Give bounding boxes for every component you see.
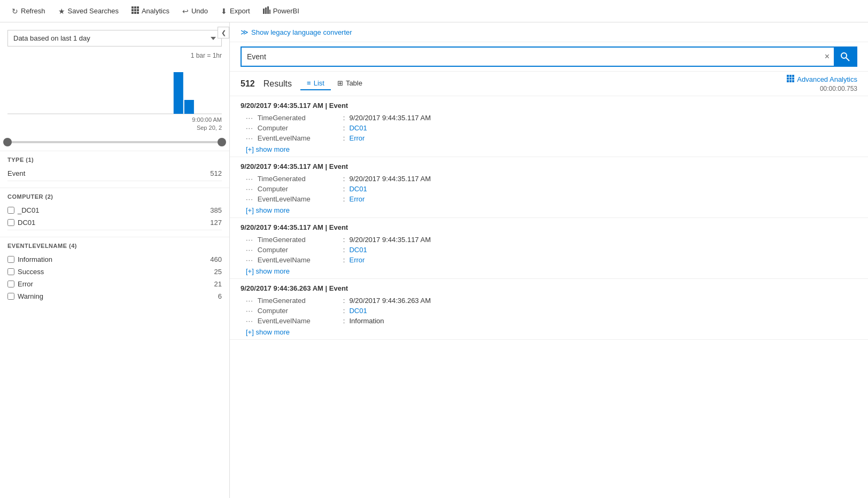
time-elapsed: 00:00:00.753 [820, 85, 857, 92]
svg-rect-7 [134, 12, 136, 14]
result-value: 9/20/2017 9:44:35.117 AM [349, 236, 431, 244]
result-header: 9/20/2017 9:44:35.117 AM | Event [241, 102, 857, 110]
result-value: 9/20/2017 9:44:35.117 AM [349, 114, 431, 122]
result-row: ··· TimeGenerated : 9/20/2017 9:44:36.26… [241, 295, 857, 306]
results-list[interactable]: 9/20/2017 9:44:35.117 AM | Event ··· Tim… [230, 96, 868, 498]
tab-group: ≡ List ⊞ Table [300, 77, 369, 90]
svg-rect-11 [267, 6, 269, 14]
checkbox-success[interactable] [7, 268, 14, 275]
svg-rect-0 [131, 6, 134, 9]
svg-rect-4 [134, 9, 136, 11]
filter-item-dc01-under[interactable]: _DC01 385 [7, 204, 222, 216]
checkbox-warning[interactable] [7, 293, 14, 300]
filter-dc01-count: 127 [210, 219, 222, 227]
filter-error-name: Error [18, 280, 214, 288]
svg-rect-23 [792, 77, 794, 80]
result-key: TimeGenerated [258, 236, 343, 244]
range-slider-left-handle[interactable] [3, 138, 12, 146]
analytics-button[interactable]: Analytics [126, 3, 175, 19]
svg-rect-15 [184, 100, 194, 114]
filter-dc01-name: DC01 [18, 219, 210, 227]
result-item: 9/20/2017 9:44:35.117 AM | Event ··· Tim… [230, 157, 868, 218]
ellipsis-icon: ··· [246, 175, 253, 183]
legacy-link-label: Show legacy language converter [251, 28, 352, 36]
svg-rect-5 [137, 9, 139, 11]
filter-success-name: Success [18, 268, 214, 276]
colon: : [343, 134, 345, 142]
result-key: EventLevelName [258, 195, 343, 203]
filter-success-count: 25 [214, 268, 222, 276]
svg-rect-8 [137, 12, 139, 14]
result-key: Computer [258, 246, 343, 254]
checkbox-information[interactable] [7, 256, 14, 263]
legacy-bar: ≫ Show legacy language converter [230, 22, 868, 42]
svg-rect-2 [137, 6, 139, 9]
filter-item-success[interactable]: Success 25 [7, 266, 222, 278]
filter-type-title: TYPE (1) [7, 157, 222, 163]
refresh-icon: ↻ [12, 7, 18, 15]
filter-item-warning[interactable]: Warning 6 [7, 290, 222, 302]
result-header: 9/20/2017 9:44:35.117 AM | Event [241, 223, 857, 231]
search-input-container: × [241, 46, 857, 67]
checkbox-dc01[interactable] [7, 219, 14, 226]
saved-searches-button[interactable]: ★ Saved Searches [53, 4, 124, 19]
filter-item-information[interactable]: Information 460 [7, 253, 222, 266]
time-range-section: Data based on last 1 day Last 7 days Las… [0, 22, 229, 46]
range-slider-container [0, 138, 229, 151]
table-icon: ⊞ [337, 79, 343, 87]
result-key: EventLevelName [258, 134, 343, 142]
checkbox-dc01-under[interactable] [7, 207, 14, 214]
ellipsis-icon: ··· [246, 114, 253, 122]
filter-item-event[interactable]: Event 512 [7, 167, 222, 180]
legacy-language-link[interactable]: ≫ Show legacy language converter [241, 28, 857, 36]
filter-section-eventlevelname: EVENTLEVELNAME (4) Information 460 Succe… [0, 237, 229, 308]
refresh-button[interactable]: ↻ Refresh [6, 4, 51, 19]
show-more-button[interactable]: [+] show more [246, 328, 290, 336]
tab-list[interactable]: ≡ List [300, 77, 331, 90]
collapse-panel-button[interactable]: ❮ [218, 27, 229, 38]
filter-item-error[interactable]: Error 21 [7, 278, 222, 290]
colon: : [343, 317, 345, 325]
show-more-button[interactable]: [+] show more [246, 267, 290, 275]
right-panel: ≫ Show legacy language converter × 512 [230, 22, 868, 498]
result-key: Computer [258, 307, 343, 315]
export-button[interactable]: ⬇ Export [215, 4, 255, 19]
ellipsis-icon: ··· [246, 124, 253, 132]
search-input[interactable] [242, 48, 820, 65]
result-value: 9/20/2017 9:44:36.263 AM [349, 297, 431, 305]
star-icon: ★ [58, 7, 65, 15]
result-value-link[interactable]: Error [349, 195, 365, 203]
advanced-analytics-link[interactable]: Advanced Analytics [787, 75, 857, 84]
tab-table[interactable]: ⊞ Table [331, 77, 369, 90]
result-value-link[interactable]: DC01 [349, 185, 367, 193]
result-value-link[interactable]: Error [349, 134, 365, 142]
export-icon: ⬇ [221, 7, 227, 15]
svg-rect-1 [134, 6, 136, 9]
chart-time-label: 9:00:00 AM Sep 20, 2 [7, 116, 222, 133]
show-more-button[interactable]: [+] show more [246, 206, 290, 214]
result-value-link[interactable]: DC01 [349, 307, 367, 315]
undo-button[interactable]: ↩ Undo [177, 4, 213, 19]
svg-rect-12 [269, 10, 270, 14]
range-slider-right-handle[interactable] [218, 138, 226, 146]
result-value-link[interactable]: Error [349, 256, 365, 264]
checkbox-error[interactable] [7, 281, 14, 287]
search-clear-button[interactable]: × [820, 52, 834, 61]
result-key: Computer [258, 124, 343, 132]
time-range-select[interactable]: Data based on last 1 day Last 7 days Las… [7, 30, 222, 46]
result-key: EventLevelName [258, 256, 343, 264]
left-panel: ❮ Data based on last 1 day Last 7 days L… [0, 22, 230, 498]
toolbar: ↻ Refresh ★ Saved Searches Analytics ↩ U… [0, 0, 868, 22]
svg-rect-26 [792, 80, 794, 82]
ellipsis-icon: ··· [246, 256, 253, 264]
filter-item-dc01[interactable]: DC01 127 [7, 216, 222, 229]
undo-label: Undo [191, 7, 208, 15]
result-value-link[interactable]: DC01 [349, 246, 367, 254]
filter-dc01-under-name: _DC01 [18, 206, 210, 214]
result-value-link[interactable]: DC01 [349, 124, 367, 132]
advanced-analytics-label: Advanced Analytics [797, 75, 857, 83]
result-header: 9/20/2017 9:44:36.263 AM | Event [241, 284, 857, 292]
show-more-button[interactable]: [+] show more [246, 145, 290, 153]
powerbi-button[interactable]: PowerBI [258, 3, 305, 19]
search-go-button[interactable] [834, 48, 856, 66]
